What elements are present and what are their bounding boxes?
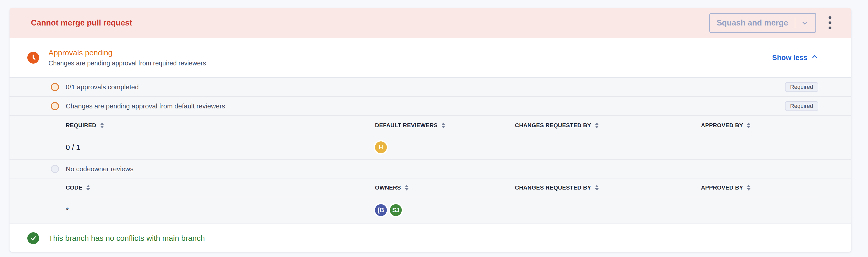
squash-and-merge-button[interactable]: Squash and merge <box>709 13 816 33</box>
column-header-changes-requested-by[interactable]: CHANGES REQUESTED BY <box>515 122 701 129</box>
code-pattern-value: * <box>66 206 375 215</box>
sort-icon <box>747 123 750 128</box>
check-row-default-reviewers: Changes are pending approval from defaul… <box>9 96 851 116</box>
required-badge: Required <box>785 101 818 111</box>
sort-icon <box>405 185 408 191</box>
show-less-link[interactable]: Show less <box>772 53 818 62</box>
chevron-up-icon <box>811 53 818 62</box>
sort-icon <box>441 123 445 128</box>
no-conflicts-label: This branch has no conflicts with main b… <box>49 234 205 243</box>
avatar[interactable]: [B <box>375 204 387 216</box>
approvals-pending-subtitle: Changes are pending approval from requir… <box>49 60 206 67</box>
show-less-label: Show less <box>772 54 807 62</box>
approvals-pending-text: Approvals pending Changes are pending ap… <box>49 49 206 67</box>
check-label: No codeowner reviews <box>66 165 133 173</box>
merge-checks-panel: Cannot merge pull request Squash and mer… <box>9 8 851 252</box>
table-header-row: REQUIRED DEFAULT REVIEWERS CHANGES REQUE… <box>66 116 818 135</box>
check-row-codeowner: No codeowner reviews <box>9 159 851 178</box>
sort-icon <box>747 185 750 191</box>
check-label: Changes are pending approval from defaul… <box>66 102 225 110</box>
column-header-code[interactable]: CODE <box>66 184 375 191</box>
neutral-circle-icon <box>51 165 59 173</box>
check-label: 0/1 approvals completed <box>66 83 138 91</box>
banner-title: Cannot merge pull request <box>31 18 132 28</box>
default-reviewers-table: REQUIRED DEFAULT REVIEWERS CHANGES REQUE… <box>9 116 851 159</box>
pending-circle-icon <box>51 102 59 110</box>
table-row: * [B SJ <box>66 197 818 223</box>
sort-icon <box>595 185 599 191</box>
button-separator <box>795 18 795 28</box>
required-count-value: 0 / 1 <box>66 143 375 152</box>
column-header-required[interactable]: REQUIRED <box>66 122 375 129</box>
avatar[interactable]: H <box>375 141 387 153</box>
sort-icon <box>86 185 90 191</box>
column-header-changes-requested-by[interactable]: CHANGES REQUESTED BY <box>515 184 701 191</box>
no-conflicts-section: This branch has no conflicts with main b… <box>9 223 851 252</box>
sort-icon <box>100 123 104 128</box>
clock-icon <box>27 52 39 64</box>
default-reviewers-cell: H <box>375 141 515 153</box>
required-badge: Required <box>785 82 818 92</box>
owners-cell: [B SJ <box>375 204 515 216</box>
column-header-approved-by[interactable]: APPROVED BY <box>701 122 818 129</box>
column-header-default-reviewers[interactable]: DEFAULT REVIEWERS <box>375 122 515 129</box>
column-header-owners[interactable]: OWNERS <box>375 184 515 191</box>
banner-actions: Squash and merge <box>709 13 836 33</box>
cannot-merge-banner: Cannot merge pull request Squash and mer… <box>9 8 851 38</box>
pending-circle-icon <box>51 83 59 91</box>
table-header-row: CODE OWNERS CHANGES REQUESTED BY APPROVE… <box>66 179 818 197</box>
column-header-approved-by[interactable]: APPROVED BY <box>701 184 818 191</box>
check-circle-icon <box>27 232 39 244</box>
avatar[interactable]: SJ <box>390 204 402 216</box>
approvals-pending-title: Approvals pending <box>49 49 206 57</box>
check-row-approvals-count: 0/1 approvals completed Required <box>9 77 851 96</box>
codeowners-table: CODE OWNERS CHANGES REQUESTED BY APPROVE… <box>9 178 851 223</box>
more-options-button[interactable] <box>824 13 836 33</box>
table-row: 0 / 1 H <box>66 135 818 159</box>
sort-icon <box>595 123 599 128</box>
approvals-pending-section: Approvals pending Changes are pending ap… <box>9 38 851 77</box>
chevron-down-icon[interactable] <box>801 19 809 27</box>
merge-button-label: Squash and merge <box>717 18 788 28</box>
